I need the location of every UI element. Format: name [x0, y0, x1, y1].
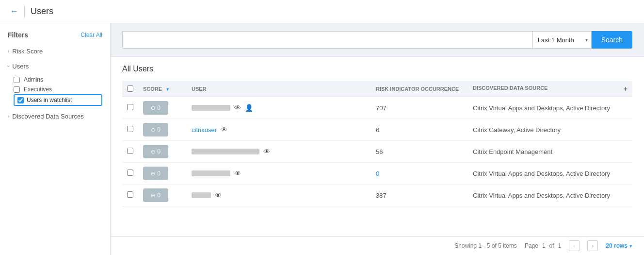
eye-icon: 👁: [234, 170, 241, 177]
discovered-sources-section: › Discovered Data Sources: [0, 110, 110, 123]
header-user[interactable]: USER: [187, 81, 371, 97]
occurrence-value: 56: [376, 148, 383, 155]
discovered-sources-arrow: ›: [8, 114, 9, 119]
risk-score-label: Risk Score: [12, 48, 43, 55]
admins-filter-item: Admins: [14, 75, 102, 85]
header-data-source[interactable]: DISCOVERED DATA SOURCE +: [468, 81, 632, 97]
watchlist-label[interactable]: Users in watchlist: [27, 97, 72, 103]
row-checkbox[interactable]: [127, 104, 133, 110]
data-source-value: Citrix Virtual Apps and Desktops, Active…: [473, 170, 610, 177]
select-all-checkbox[interactable]: [127, 85, 133, 92]
search-input[interactable]: [122, 31, 532, 49]
page-label: Page: [525, 242, 538, 249]
executives-checkbox[interactable]: [14, 86, 20, 93]
row-checkbox[interactable]: [127, 191, 133, 198]
eye-icon: 👁: [234, 104, 241, 112]
risk-indicator-label: RISK INDICATOR OCCURRENCE: [376, 86, 459, 92]
discovered-sources-label: Discovered Data Sources: [12, 113, 83, 120]
users-arrow: ›: [6, 66, 11, 67]
occurrence-value: 6: [376, 126, 379, 134]
eye-icon: 👁: [221, 126, 227, 134]
header-divider: [24, 6, 25, 17]
next-page-button[interactable]: ›: [587, 240, 598, 251]
page-info: Page 1 of 1: [525, 242, 561, 249]
search-button[interactable]: Search: [592, 31, 632, 49]
user-name-blurred: [192, 105, 230, 111]
risk-score-section: › Risk Score: [0, 45, 110, 58]
data-source-value: Citrix Virtual Apps and Desktops, Active…: [473, 104, 610, 112]
score-badge: ⊖0: [143, 188, 168, 202]
user-label: USER: [192, 86, 207, 92]
badge-icon: ⊖: [151, 127, 155, 133]
row-checkbox[interactable]: [127, 148, 133, 154]
user-name-blurred: [192, 170, 230, 176]
badge-value: 0: [157, 192, 161, 199]
users-filter-items: Admins Executives Users in watchlist: [0, 73, 110, 108]
risk-score-arrow: ›: [8, 49, 9, 54]
user-name-link[interactable]: citrixuser: [192, 126, 217, 134]
back-button[interactable]: ←: [10, 6, 18, 17]
score-label: SCORE: [143, 86, 162, 92]
table-row: ⊖0 👁 0 Citrix Virtual Apps and Desktops,…: [122, 163, 632, 185]
time-range-select[interactable]: Last 1 Month Last 3 Months Last 6 Months…: [532, 31, 592, 49]
page-num: 1: [542, 242, 546, 249]
filters-label: Filters: [8, 31, 28, 39]
admins-label[interactable]: Admins: [24, 76, 43, 83]
sidebar: Filters Clear All › Risk Score › Users: [0, 23, 111, 255]
discovered-sources-toggle[interactable]: › Discovered Data Sources: [0, 110, 110, 123]
data-source-value: Citrix Endpoint Management: [473, 148, 552, 155]
rows-dropdown-button[interactable]: ▾: [629, 243, 632, 249]
prev-page-button[interactable]: ‹: [569, 240, 580, 251]
badge-value: 0: [157, 170, 161, 177]
user-name-blurred: [192, 192, 211, 198]
rows-count: 20 rows: [606, 242, 628, 249]
badge-icon: ⊖: [151, 170, 155, 177]
watchlist-checkbox[interactable]: [17, 97, 24, 103]
table-area: All Users SCORE ▼ USER: [111, 57, 644, 236]
table-row: ⊖0 👁 👤 707 Citrix Virtual Apps and Deskt…: [122, 97, 632, 119]
clear-all-button[interactable]: Clear All: [80, 32, 102, 38]
score-badge: ⊖0: [143, 167, 168, 180]
data-source-label: DISCOVERED DATA SOURCE: [473, 85, 547, 91]
score-sort-arrow: ▼: [165, 87, 170, 92]
total-pages: 1: [558, 242, 562, 249]
score-badge: ⊖0: [143, 145, 168, 158]
table-row: ⊖0 👁 387 Citrix Virtual Apps and Desktop…: [122, 185, 632, 206]
user-name-blurred: [192, 149, 259, 154]
table-footer: Showing 1 - 5 of 5 items Page 1 of 1 ‹ ›…: [111, 236, 644, 255]
badge-icon: ⊖: [151, 105, 155, 111]
data-source-value: Citrix Gateway, Active Directory: [473, 126, 561, 134]
users-toggle[interactable]: › Users: [0, 60, 110, 73]
table-title: All Users: [122, 65, 632, 73]
of-label: of: [549, 242, 554, 249]
users-label: Users: [12, 63, 29, 70]
table-row: ⊖0 citrixuser 👁 6 Citrix Gateway, Active…: [122, 119, 632, 141]
person-icon: 👤: [245, 104, 253, 112]
score-badge: ⊖0: [143, 123, 168, 136]
occurrence-value: 707: [376, 104, 386, 112]
rows-select: 20 rows ▾: [606, 242, 632, 249]
header-risk-indicator[interactable]: RISK INDICATOR OCCURRENCE: [371, 81, 468, 97]
add-column-icon[interactable]: +: [624, 85, 628, 93]
page-title: Users: [31, 6, 53, 17]
admins-checkbox[interactable]: [14, 77, 20, 83]
eye-icon: 👁: [263, 148, 270, 155]
risk-score-toggle[interactable]: › Risk Score: [0, 45, 110, 58]
score-badge: ⊖0: [143, 101, 168, 115]
users-section: › Users Admins Executives Users in watch…: [0, 60, 110, 108]
users-table: SCORE ▼ USER RISK INDICATOR OCCURRENCE D…: [122, 81, 632, 206]
badge-value: 0: [157, 148, 161, 155]
table-header-row: SCORE ▼ USER RISK INDICATOR OCCURRENCE D…: [122, 81, 632, 97]
header-score[interactable]: SCORE ▼: [138, 81, 187, 97]
time-select-wrapper: Last 1 Month Last 3 Months Last 6 Months…: [532, 31, 592, 49]
header-checkbox-cell: [122, 81, 138, 97]
table-row: ⊖0 👁 56 Citrix Endpoint Management: [122, 141, 632, 163]
row-checkbox[interactable]: [127, 170, 133, 176]
badge-value: 0: [157, 104, 161, 111]
occurrence-value: 387: [376, 192, 386, 199]
badge-icon: ⊖: [151, 192, 155, 199]
showing-text: Showing 1 - 5 of 5 items: [454, 242, 517, 249]
row-checkbox[interactable]: [127, 126, 133, 132]
executives-label[interactable]: Executives: [24, 86, 52, 93]
content-area: Last 1 Month Last 3 Months Last 6 Months…: [111, 23, 644, 255]
